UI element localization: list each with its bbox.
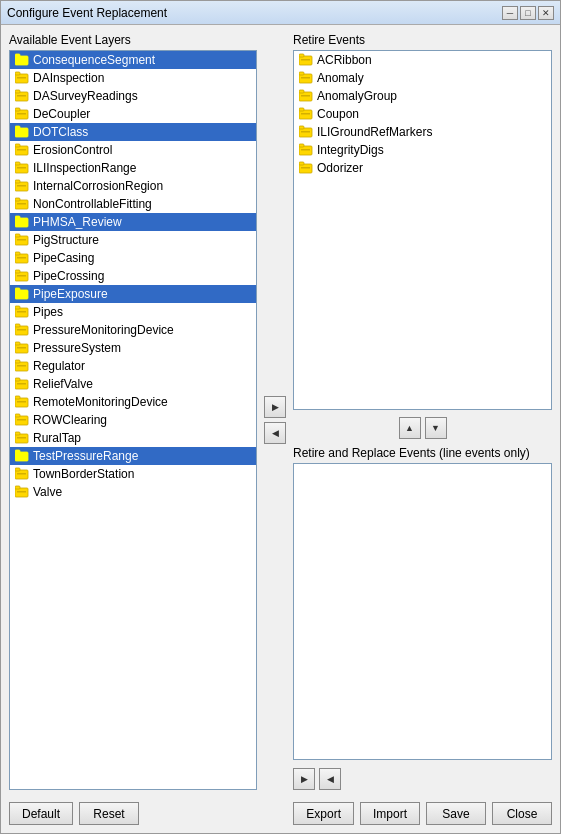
available-layers-list[interactable]: ConsequenceSegmentDAInspectionDASurveyRe… xyxy=(9,50,257,790)
retire-list-item[interactable]: AnomalyGroup xyxy=(294,87,551,105)
move-up-button[interactable]: ▲ xyxy=(399,417,421,439)
svg-rect-73 xyxy=(15,486,20,489)
svg-rect-14 xyxy=(17,131,26,133)
layer-icon xyxy=(14,142,30,158)
minimize-button[interactable]: ─ xyxy=(502,6,518,20)
layer-icon xyxy=(14,358,30,374)
transfer-right-button[interactable]: ▶ xyxy=(264,396,286,418)
svg-rect-22 xyxy=(15,180,20,183)
default-button[interactable]: Default xyxy=(9,802,73,825)
restore-button[interactable]: □ xyxy=(520,6,536,20)
list-item-text: ILIInspectionRange xyxy=(33,161,136,175)
svg-rect-68 xyxy=(17,455,26,457)
layer-icon xyxy=(14,448,30,464)
layer-icon xyxy=(14,178,30,194)
svg-rect-62 xyxy=(17,419,26,421)
retire-replace-list[interactable] xyxy=(293,463,552,760)
svg-rect-4 xyxy=(15,72,20,75)
svg-rect-49 xyxy=(15,342,20,345)
svg-rect-83 xyxy=(301,95,310,97)
list-item-text: RemoteMonitoringDevice xyxy=(33,395,168,409)
retire-list-item[interactable]: ACRibbon xyxy=(294,51,551,69)
retire-list-item[interactable]: Odorizer xyxy=(294,159,551,177)
retire-icon xyxy=(298,70,314,86)
list-item[interactable]: ErosionControl xyxy=(10,141,256,159)
list-item[interactable]: RuralTap xyxy=(10,429,256,447)
svg-rect-77 xyxy=(301,59,310,61)
layer-icon xyxy=(14,484,30,500)
transfer-left-button[interactable]: ◀ xyxy=(264,422,286,444)
retire-icon xyxy=(298,88,314,104)
svg-rect-28 xyxy=(15,216,20,219)
save-button[interactable]: Save xyxy=(426,802,486,825)
svg-rect-80 xyxy=(301,77,310,79)
retire-events-list[interactable]: ACRibbonAnomalyAnomalyGroupCouponILIGrou… xyxy=(293,50,552,410)
svg-rect-43 xyxy=(15,306,20,309)
import-button[interactable]: Import xyxy=(360,802,420,825)
retire-replace-label: Retire and Replace Events (line events o… xyxy=(293,446,552,460)
list-item[interactable]: PigStructure xyxy=(10,231,256,249)
list-item[interactable]: Pipes xyxy=(10,303,256,321)
svg-rect-31 xyxy=(15,234,20,237)
list-item[interactable]: ILIInspectionRange xyxy=(10,159,256,177)
list-item-text: Regulator xyxy=(33,359,85,373)
retire-list-item[interactable]: ILIGroundRefMarkers xyxy=(294,123,551,141)
layer-icon xyxy=(14,304,30,320)
svg-rect-37 xyxy=(15,270,20,273)
retire-list-item[interactable]: IntegrityDigs xyxy=(294,141,551,159)
list-item[interactable]: NonControllableFitting xyxy=(10,195,256,213)
svg-rect-29 xyxy=(17,221,26,223)
list-item-text: ReliefValve xyxy=(33,377,93,391)
retire-item-text: AnomalyGroup xyxy=(317,89,397,103)
retire-replace-section: Retire and Replace Events (line events o… xyxy=(293,446,552,760)
list-item[interactable]: RemoteMonitoringDevice xyxy=(10,393,256,411)
list-item[interactable]: Valve xyxy=(10,483,256,501)
list-item-text: Pipes xyxy=(33,305,63,319)
list-item[interactable]: TownBorderStation xyxy=(10,465,256,483)
list-item[interactable]: PressureSystem xyxy=(10,339,256,357)
list-item[interactable]: DeCoupler xyxy=(10,105,256,123)
retire-icon xyxy=(298,106,314,122)
svg-rect-88 xyxy=(299,126,304,129)
list-item[interactable]: PipeCasing xyxy=(10,249,256,267)
svg-rect-19 xyxy=(15,162,20,165)
right-buttons: Export Import Save Close xyxy=(293,802,552,825)
retire-list-item[interactable]: Coupon xyxy=(294,105,551,123)
layer-icon xyxy=(14,214,30,230)
list-item[interactable]: PipeExposure xyxy=(10,285,256,303)
export-button[interactable]: Export xyxy=(293,802,354,825)
list-item[interactable]: DAInspection xyxy=(10,69,256,87)
layer-icon xyxy=(14,376,30,392)
list-item[interactable]: ConsequenceSegment xyxy=(10,51,256,69)
close-button[interactable]: ✕ xyxy=(538,6,554,20)
list-item[interactable]: DOTClass xyxy=(10,123,256,141)
list-item[interactable]: PHMSA_Review xyxy=(10,213,256,231)
list-item[interactable]: ReliefValve xyxy=(10,375,256,393)
svg-rect-44 xyxy=(17,311,26,313)
layer-icon xyxy=(14,124,30,140)
layer-icon xyxy=(14,52,30,68)
svg-rect-8 xyxy=(17,95,26,97)
left-buttons: Default Reset xyxy=(9,802,139,825)
svg-rect-25 xyxy=(15,198,20,201)
layer-icon xyxy=(14,286,30,302)
move-down-button[interactable]: ▼ xyxy=(425,417,447,439)
retire-list-item[interactable]: Anomaly xyxy=(294,69,551,87)
list-item[interactable]: Regulator xyxy=(10,357,256,375)
close-button-footer[interactable]: Close xyxy=(492,802,552,825)
replace-transfer-right-button[interactable]: ▶ xyxy=(293,768,315,790)
list-item[interactable]: DASurveyReadings xyxy=(10,87,256,105)
replace-transfer-left-button[interactable]: ◀ xyxy=(319,768,341,790)
available-layers-label: Available Event Layers xyxy=(9,33,257,47)
layer-icon xyxy=(14,394,30,410)
layer-icon xyxy=(14,250,30,266)
list-item[interactable]: PressureMonitoringDevice xyxy=(10,321,256,339)
svg-rect-20 xyxy=(17,167,26,169)
list-item[interactable]: PipeCrossing xyxy=(10,267,256,285)
reset-button[interactable]: Reset xyxy=(79,802,139,825)
svg-rect-23 xyxy=(17,185,26,187)
list-item[interactable]: InternalCorrosionRegion xyxy=(10,177,256,195)
list-item[interactable]: TestPressureRange xyxy=(10,447,256,465)
list-item[interactable]: ROWClearing xyxy=(10,411,256,429)
list-item-text: PipeExposure xyxy=(33,287,108,301)
